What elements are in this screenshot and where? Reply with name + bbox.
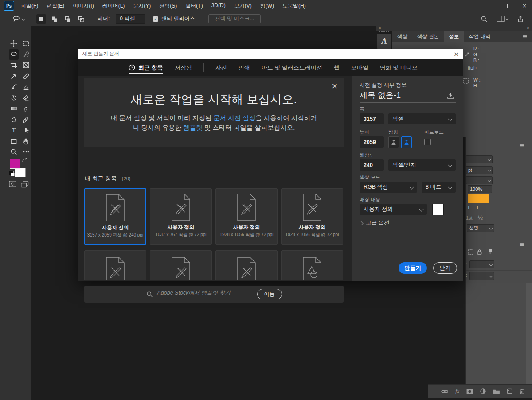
move-tool[interactable] <box>9 38 19 49</box>
delete-layer-icon[interactable] <box>520 388 525 394</box>
recent-card[interactable]: 사용자 정의 1928 x 1056 픽셀 @ 72 ppi <box>281 188 343 245</box>
quick-selection-tool[interactable] <box>21 49 31 60</box>
link-layers-icon[interactable] <box>441 389 448 394</box>
add-selection-button[interactable] <box>50 14 59 24</box>
eyedropper-tool[interactable] <box>9 71 19 82</box>
type-tool[interactable]: T <box>9 125 19 136</box>
more-tools-button[interactable] <box>21 147 31 158</box>
search-icon[interactable] <box>481 16 488 23</box>
orientation-portrait-button[interactable] <box>388 136 399 148</box>
menu-help[interactable]: 도움말(H) <box>282 2 306 10</box>
marquee-tool[interactable] <box>21 38 31 49</box>
fill-indicator-icon[interactable] <box>488 248 493 255</box>
smudge-tool[interactable] <box>21 103 31 114</box>
tab-saved[interactable]: 저장됨 <box>175 59 192 76</box>
select-and-mask-button[interactable]: 선택 및 마스크... <box>208 14 261 23</box>
menu-filter[interactable]: 필터(T) <box>185 2 203 10</box>
minimize-button[interactable]: – <box>487 0 502 12</box>
menu-window[interactable]: 창(W) <box>260 2 274 10</box>
collapse-dock-left-icon[interactable]: « <box>379 26 381 30</box>
tab-art-illustration[interactable]: 아트 및 일러스트레이션 <box>262 59 322 76</box>
background-dropdown[interactable]: 사용자 정의 <box>360 204 427 215</box>
font-size-dropdown[interactable]: pt <box>466 166 493 174</box>
artboard-checkbox[interactable] <box>424 139 431 145</box>
tab-color[interactable]: 색상 <box>392 31 412 42</box>
underline-icon[interactable]: T <box>467 204 470 211</box>
default-colors-icon[interactable] <box>9 171 14 175</box>
go-button[interactable]: 이동 <box>257 289 282 299</box>
tab-history[interactable]: 작업 내역 <box>464 31 495 42</box>
stock-search-input[interactable]: Adobe Stock에서 템플릿 찾기 <box>157 289 253 299</box>
hand-tool[interactable] <box>21 136 31 147</box>
panel-menu-icon[interactable]: ≡ <box>519 142 524 149</box>
recent-card[interactable] <box>281 250 343 280</box>
scale-field[interactable]: 100% <box>468 185 492 193</box>
foreground-color-swatch[interactable] <box>10 159 20 169</box>
tab-swatches[interactable]: 색상 견본 <box>412 31 444 42</box>
scrollbar[interactable] <box>526 283 532 384</box>
direct-selection-tool[interactable] <box>21 125 31 136</box>
healing-brush-tool[interactable] <box>21 71 31 82</box>
zoom-tool[interactable] <box>9 147 19 158</box>
menu-image[interactable]: 이미지(I) <box>73 2 94 10</box>
lasso-tool[interactable] <box>9 49 19 60</box>
close-button[interactable]: × <box>517 0 532 12</box>
blur-tool[interactable] <box>9 114 19 125</box>
antialias-dropdown[interactable]: 선명... <box>467 224 494 232</box>
crop-tool[interactable] <box>9 60 19 71</box>
quick-mask-icon[interactable] <box>9 181 16 187</box>
ordinal-icon[interactable]: 1st <box>466 215 473 221</box>
tab-web[interactable]: 웹 <box>334 59 340 76</box>
gradient-tool[interactable] <box>9 103 19 114</box>
char-dropdown[interactable] <box>466 176 493 184</box>
bit-depth-dropdown[interactable]: 8 비트 <box>422 182 456 193</box>
tab-info[interactable]: 정보 <box>444 31 464 42</box>
save-preset-icon[interactable] <box>447 92 454 99</box>
new-layer-icon[interactable] <box>507 388 512 394</box>
create-button[interactable]: 만들기 <box>399 262 427 274</box>
adjustment-layer-icon[interactable] <box>480 388 486 394</box>
resolution-unit-dropdown[interactable]: 픽셀/인치 <box>388 159 456 171</box>
char-dropdown[interactable] <box>466 155 493 163</box>
dialog-close-icon[interactable]: × <box>454 51 459 57</box>
shape-tool[interactable] <box>9 136 19 147</box>
height-input[interactable]: 2059 <box>360 136 384 148</box>
menu-file[interactable]: 파일(F) <box>21 2 38 10</box>
frame-tool[interactable] <box>21 60 31 71</box>
lock-all-icon[interactable] <box>477 249 482 255</box>
maximize-button[interactable] <box>502 0 517 12</box>
new-group-icon[interactable] <box>493 389 500 394</box>
blend-mode-dropdown[interactable] <box>469 260 494 268</box>
intersect-selection-button[interactable] <box>76 14 86 24</box>
menu-view[interactable]: 보기(V) <box>234 2 252 10</box>
eraser-tool[interactable] <box>21 93 31 104</box>
recent-card[interactable]: 사용자 정의 1928 x 1056 픽셀 @ 72 ppi <box>215 188 278 245</box>
fraction-icon[interactable]: ½ <box>477 214 483 221</box>
advanced-options-toggle[interactable]: 고급 옵션 <box>360 219 389 227</box>
width-unit-dropdown[interactable]: 픽셀 <box>388 113 456 124</box>
close-dialog-button[interactable]: 닫기 <box>433 262 457 274</box>
recent-card[interactable] <box>150 250 212 280</box>
screen-mode-icon[interactable] <box>21 181 29 188</box>
hero-close-icon[interactable]: × <box>332 82 338 90</box>
clone-stamp-tool[interactable] <box>21 82 31 93</box>
workspace-icon[interactable] <box>497 16 505 22</box>
current-tool-preview[interactable] <box>12 15 25 23</box>
pen-tool[interactable] <box>21 114 31 125</box>
recent-card[interactable] <box>215 250 278 280</box>
panel-menu-icon[interactable]: ≡ <box>522 33 528 40</box>
subtract-selection-button[interactable] <box>63 14 73 24</box>
color-mode-dropdown[interactable]: RGB 색상 <box>360 182 417 193</box>
swap-colors-icon[interactable] <box>22 158 28 163</box>
layer-style-icon[interactable]: fx <box>455 388 459 395</box>
templates-link[interactable]: 템플릿 <box>183 124 203 131</box>
new-selection-button[interactable] <box>36 14 46 24</box>
tab-recent[interactable]: 최근 항목 <box>129 59 163 76</box>
antialias-checkbox[interactable]: ✓ <box>153 16 158 22</box>
orientation-landscape-button[interactable] <box>401 136 412 148</box>
document-presets-link[interactable]: 문서 사전 설정 <box>213 114 255 121</box>
strikethrough-icon[interactable]: T <box>476 204 479 211</box>
feather-input[interactable]: 0 픽셀 <box>116 14 145 24</box>
tab-photo[interactable]: 사진 <box>215 59 227 76</box>
share-icon[interactable] <box>517 16 524 23</box>
